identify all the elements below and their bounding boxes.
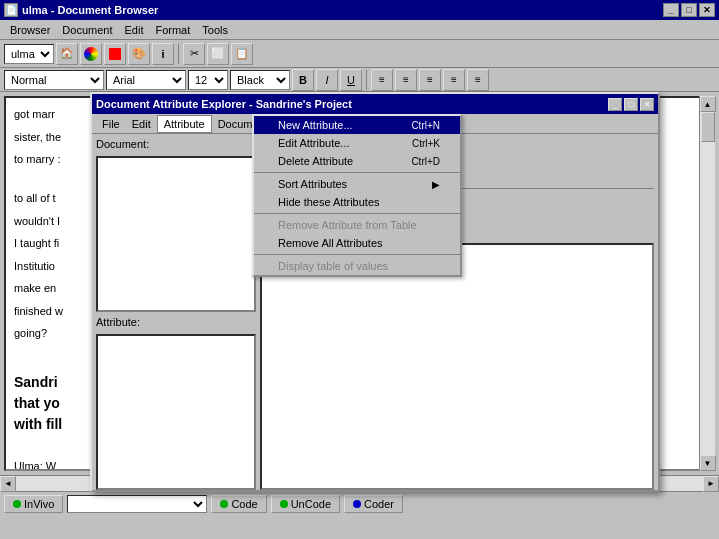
dae-close[interactable]: ✕ — [640, 98, 654, 111]
invivo-label: InVivo — [24, 498, 54, 510]
coder-tab[interactable]: Coder — [344, 495, 403, 513]
ctx-edit-attribute-label: Edit Attribute... — [278, 137, 350, 149]
dae-controls: _ □ ✕ — [608, 98, 654, 111]
uncode-dot — [280, 500, 288, 508]
dae-document-list[interactable] — [96, 156, 256, 312]
dae-menu-attribute[interactable]: Attribute — [157, 115, 212, 133]
vertical-scrollbar[interactable]: ▲ ▼ — [699, 96, 715, 471]
dae-table-area[interactable] — [260, 243, 654, 490]
app-icon: 📄 — [4, 3, 18, 17]
ctx-hide-attributes[interactable]: Hide these Attributes — [254, 193, 460, 211]
paint-button[interactable]: 🎨 — [128, 43, 150, 65]
ctx-delete-attribute-label: Delete Attribute — [278, 155, 353, 167]
menu-tools[interactable]: Tools — [196, 22, 234, 38]
scroll-track[interactable] — [700, 112, 715, 455]
align-extra-button[interactable]: ≡ — [467, 69, 489, 91]
ctx-sep-3 — [254, 254, 460, 255]
ctx-remove-from-table: Remove Attribute from Table — [254, 216, 460, 234]
coder-label: Coder — [364, 498, 394, 510]
invivo-tab[interactable]: InVivo — [4, 495, 63, 513]
attribute-context-menu: New Attribute... Ctrl+N Edit Attribute..… — [252, 114, 462, 277]
toolbar: ulma 🏠 🎨 i ✂ ⬜ 📋 — [0, 40, 719, 68]
close-button[interactable]: ✕ — [699, 3, 715, 17]
bold-button[interactable]: B — [292, 69, 314, 91]
ctx-display-table: Display table of values — [254, 257, 460, 275]
scroll-thumb[interactable] — [701, 112, 715, 142]
copy-button[interactable]: ⬜ — [207, 43, 229, 65]
underline-button[interactable]: U — [340, 69, 362, 91]
app-title: ulma - Document Browser — [22, 4, 158, 16]
title-bar-controls: _ □ ✕ — [663, 3, 715, 17]
invivo-dot — [13, 500, 21, 508]
color-icon-button[interactable] — [80, 43, 102, 65]
ctx-new-attribute-label: New Attribute... — [278, 119, 353, 131]
ctx-sort-attributes[interactable]: Sort Attributes ▶ — [254, 175, 460, 193]
home-button[interactable]: 🏠 — [56, 43, 78, 65]
scroll-down-button[interactable]: ▼ — [700, 455, 716, 471]
align-justify-button[interactable]: ≡ — [443, 69, 465, 91]
code-tab[interactable]: Code — [211, 495, 266, 513]
ctx-sep-2 — [254, 213, 460, 214]
ctx-remove-from-table-label: Remove Attribute from Table — [278, 219, 417, 231]
ctx-remove-all[interactable]: Remove All Attributes — [254, 234, 460, 252]
ctx-delete-attribute[interactable]: Delete Attribute Ctrl+D — [254, 152, 460, 170]
dae-menu-file[interactable]: File — [96, 116, 126, 132]
bottom-bar: InVivo Code UnCode Coder — [0, 491, 719, 515]
uncode-label: UnCode — [291, 498, 331, 510]
dae-minimize[interactable]: _ — [608, 98, 622, 111]
maximize-button[interactable]: □ — [681, 3, 697, 17]
main-area: got marr sister, the to marry : to all o… — [0, 92, 719, 475]
format-toolbar: Normal Arial 12 Black B I U ≡ ≡ ≡ ≡ ≡ — [0, 68, 719, 92]
dae-title-bar: Document Attribute Explorer - Sandrine's… — [92, 94, 658, 114]
dae-document-label: Document: — [96, 138, 256, 150]
align-left-button[interactable]: ≡ — [371, 69, 393, 91]
menu-document[interactable]: Document — [56, 22, 118, 38]
uncode-tab[interactable]: UnCode — [271, 495, 340, 513]
ctx-edit-attribute-shortcut: Ctrl+K — [412, 138, 440, 149]
address-bar[interactable]: ulma — [4, 44, 54, 64]
scroll-left-button[interactable]: ◄ — [0, 476, 16, 492]
paste-button[interactable]: 📋 — [231, 43, 253, 65]
ctx-sep-1 — [254, 172, 460, 173]
scroll-right-button[interactable]: ► — [703, 476, 719, 492]
code-dot — [220, 500, 228, 508]
main-menu-bar: Browser Document Edit Format Tools — [0, 20, 719, 40]
scroll-up-button[interactable]: ▲ — [700, 96, 716, 112]
italic-button[interactable]: I — [316, 69, 338, 91]
align-center-button[interactable]: ≡ — [395, 69, 417, 91]
ctx-delete-attribute-shortcut: Ctrl+D — [411, 156, 440, 167]
dae-maximize[interactable]: □ — [624, 98, 638, 111]
coder-dot — [353, 500, 361, 508]
minimize-button[interactable]: _ — [663, 3, 679, 17]
dae-attribute-list[interactable] — [96, 334, 256, 490]
cut-button[interactable]: ✂ — [183, 43, 205, 65]
dae-menu-edit[interactable]: Edit — [126, 116, 157, 132]
ctx-sort-attributes-label: Sort Attributes — [278, 178, 347, 190]
ctx-hide-attributes-label: Hide these Attributes — [278, 196, 380, 208]
ctx-edit-attribute[interactable]: Edit Attribute... Ctrl+K — [254, 134, 460, 152]
menu-edit[interactable]: Edit — [118, 22, 149, 38]
ctx-remove-all-label: Remove All Attributes — [278, 237, 383, 249]
ctx-sort-arrow: ▶ — [432, 179, 440, 190]
color-select[interactable]: Black — [230, 70, 290, 90]
menu-format[interactable]: Format — [149, 22, 196, 38]
ctx-display-table-label: Display table of values — [278, 260, 388, 272]
menu-browser[interactable]: Browser — [4, 22, 56, 38]
style-select[interactable]: Normal — [4, 70, 104, 90]
format-separator — [366, 70, 367, 90]
title-bar: 📄 ulma - Document Browser _ □ ✕ — [0, 0, 719, 20]
info-button[interactable]: i — [152, 43, 174, 65]
dae-title: Document Attribute Explorer - Sandrine's… — [96, 98, 352, 110]
toolbar-separator-1 — [178, 44, 179, 64]
bottom-select[interactable] — [67, 495, 207, 513]
dae-dialog: Document Attribute Explorer - Sandrine's… — [90, 92, 660, 492]
code-label: Code — [231, 498, 257, 510]
red-square-button[interactable] — [104, 43, 126, 65]
align-right-button[interactable]: ≡ — [419, 69, 441, 91]
size-select[interactable]: 12 — [188, 70, 228, 90]
ctx-new-attribute[interactable]: New Attribute... Ctrl+N — [254, 116, 460, 134]
font-select[interactable]: Arial — [106, 70, 186, 90]
ctx-new-attribute-shortcut: Ctrl+N — [411, 120, 440, 131]
dae-attribute-label: Attribute: — [96, 316, 256, 328]
dae-left-panel: Document: Attribute: — [96, 138, 256, 490]
